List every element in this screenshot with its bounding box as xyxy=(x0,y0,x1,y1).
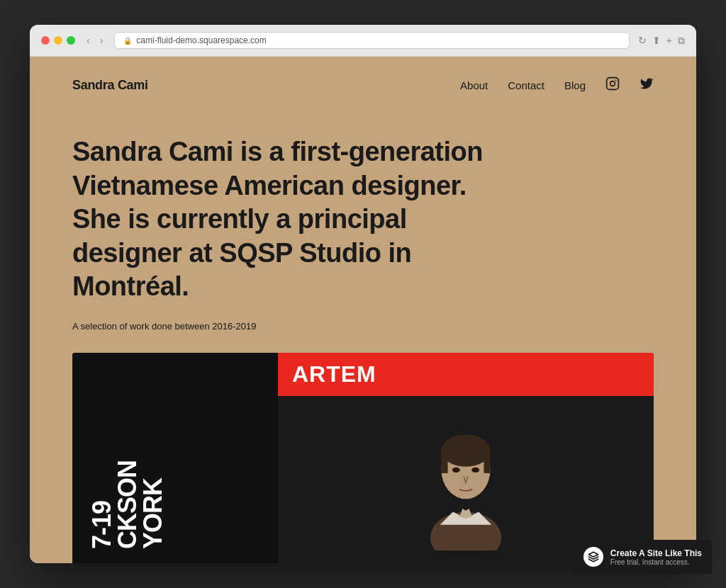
close-button[interactable] xyxy=(41,36,50,45)
browser-chrome: ‹ › 🔒 cami-fluid-demo.squarespace.com ↻ … xyxy=(30,25,696,57)
svg-point-10 xyxy=(471,467,479,472)
address-bar[interactable]: 🔒 cami-fluid-demo.squarespace.com xyxy=(114,32,629,49)
maximize-button[interactable] xyxy=(67,36,75,45)
svg-point-1 xyxy=(610,81,615,86)
browser-actions: ↻ ⬆ + ⧉ xyxy=(638,35,685,47)
back-button[interactable]: ‹ xyxy=(84,33,93,47)
tabs-button[interactable]: ⧉ xyxy=(678,35,685,47)
svg-point-6 xyxy=(441,434,490,466)
hero-section: Sandra Cami is a first-generation Vietna… xyxy=(30,114,696,353)
portfolio-section: 7-19 CKSON YORK ARTEM xyxy=(72,353,654,564)
nav-contact[interactable]: Contact xyxy=(508,79,544,91)
forward-button[interactable]: › xyxy=(97,33,106,47)
svg-rect-7 xyxy=(441,447,447,473)
portfolio-left-panel: 7-19 CKSON YORK xyxy=(72,353,278,564)
browser-window: ‹ › 🔒 cami-fluid-demo.squarespace.com ↻ … xyxy=(30,25,696,563)
svg-rect-8 xyxy=(484,447,490,473)
nav-about[interactable]: About xyxy=(460,79,488,91)
instagram-icon[interactable] xyxy=(605,77,620,94)
lock-icon: 🔒 xyxy=(123,37,132,45)
site-logo[interactable]: Sandra Cami xyxy=(72,78,148,93)
sqsp-badge-text: Create A Site Like This Free trial. Inst… xyxy=(610,548,654,564)
svg-point-2 xyxy=(615,80,617,81)
squarespace-logo-icon xyxy=(583,547,603,563)
portrait-area xyxy=(278,396,654,564)
artem-header: ARTEM xyxy=(278,353,654,396)
reload-button[interactable]: ↻ xyxy=(638,35,647,46)
portfolio-right-panel: ARTEM xyxy=(278,353,654,564)
share-button[interactable]: ⬆ xyxy=(652,35,661,46)
sqsp-badge-title: Create A Site Like This xyxy=(610,548,654,558)
twitter-icon[interactable] xyxy=(640,77,654,94)
website-content: Sandra Cami About Contact Blog xyxy=(30,57,696,563)
hero-title: Sandra Cami is a first-generation Vietna… xyxy=(72,135,484,304)
portrait-image xyxy=(409,409,523,550)
squarespace-badge[interactable]: Create A Site Like This Free trial. Inst… xyxy=(574,540,654,563)
svg-rect-0 xyxy=(607,78,619,90)
sqsp-badge-subtitle: Free trial. Instant access. xyxy=(610,558,654,564)
traffic-lights xyxy=(41,36,75,45)
site-header: Sandra Cami About Contact Blog xyxy=(30,57,696,114)
minimize-button[interactable] xyxy=(54,36,62,45)
site-nav: About Contact Blog xyxy=(460,77,654,94)
svg-point-9 xyxy=(452,467,460,472)
hero-subtitle: A selection of work done between 2016-20… xyxy=(72,321,654,332)
artem-title: ARTEM xyxy=(292,361,376,388)
new-tab-button[interactable]: + xyxy=(666,35,672,46)
nav-blog[interactable]: Blog xyxy=(564,79,586,91)
portfolio-rotated-text: 7-19 CKSON YORK xyxy=(89,460,166,549)
url-text: cami-fluid-demo.squarespace.com xyxy=(136,35,266,45)
browser-controls: ‹ › xyxy=(84,33,106,47)
